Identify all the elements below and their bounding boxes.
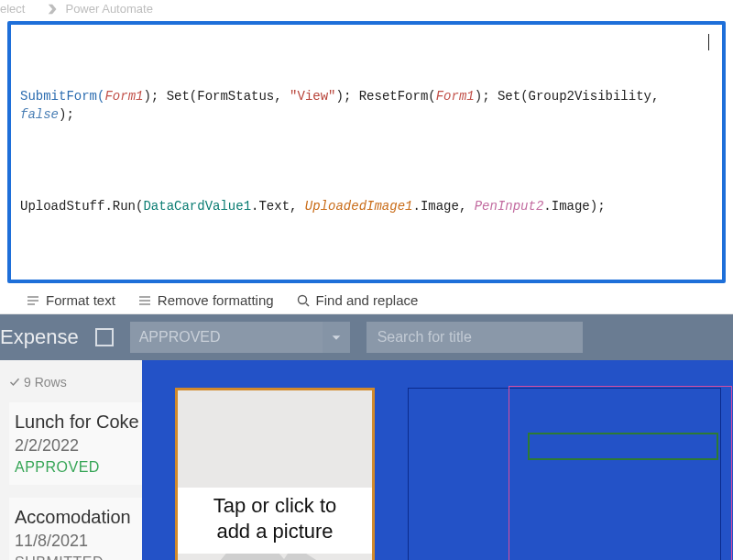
formula-bar[interactable]: SubmitForm(Form1); Set(FormStatus, "View… (7, 21, 726, 283)
item-title: Lunch for Coke (15, 412, 137, 433)
power-automate-item[interactable]: Power Automate (47, 2, 152, 16)
item-status: APPROVED (15, 459, 137, 476)
body-area: 9 Rows Lunch for Coke 2/2/2022 APPROVED … (0, 360, 733, 560)
check-icon (9, 377, 20, 388)
approved-checkbox[interactable] (95, 328, 114, 346)
row-count: 9 Rows (9, 375, 142, 390)
formula-toolbar: Format text Remove formatting Find and r… (0, 289, 733, 314)
remove-formatting-button[interactable]: Remove formatting (137, 292, 274, 308)
format-icon (26, 293, 40, 308)
add-picture-hint: Tap or click to add a picture (178, 488, 372, 554)
chevron-down-icon (323, 322, 350, 353)
pen-input[interactable] (408, 388, 721, 560)
signature-target-box (528, 433, 718, 460)
status-dropdown[interactable]: APPROVED (130, 322, 350, 353)
search-placeholder: Search for title (377, 329, 472, 346)
svg-point-0 (298, 295, 306, 303)
find-replace-button[interactable]: Find and replace (296, 292, 419, 308)
search-input[interactable]: Search for title (366, 322, 583, 353)
item-date: 2/2/2022 (15, 436, 137, 456)
item-date: 11/8/2021 (15, 532, 137, 551)
text-cursor-icon (708, 34, 709, 50)
form-panel: Tap or click to add a picture ✕ Upload r… (142, 360, 733, 560)
flow-icon (47, 3, 60, 16)
dropdown-value: APPROVED (139, 329, 221, 346)
formula-line-2: UploadStuff.Run(DataCardValue1.Text, Upl… (20, 179, 713, 234)
select-label: elect (0, 2, 25, 16)
search-icon (296, 293, 311, 308)
formula-line-1: SubmitForm(Form1); Set(FormStatus, "View… (20, 69, 713, 142)
app-header: Expense APPROVED Search for title (0, 314, 733, 360)
list-item[interactable]: Lunch for Coke 2/2/2022 APPROVED (9, 402, 142, 485)
expense-list: 9 Rows Lunch for Coke 2/2/2022 APPROVED … (0, 360, 142, 560)
ribbon-fragment: elect Power Automate (0, 0, 733, 19)
page-title: Expense (0, 325, 79, 349)
list-item[interactable]: Accomodation 11/8/2021 SUBMITTED (9, 498, 142, 560)
format-text-button[interactable]: Format text (26, 292, 115, 308)
remove-format-icon (137, 293, 152, 308)
item-status: SUBMITTED (15, 555, 137, 560)
add-picture-control[interactable]: Tap or click to add a picture ✕ (175, 388, 375, 560)
item-title: Accomodation (15, 507, 137, 528)
